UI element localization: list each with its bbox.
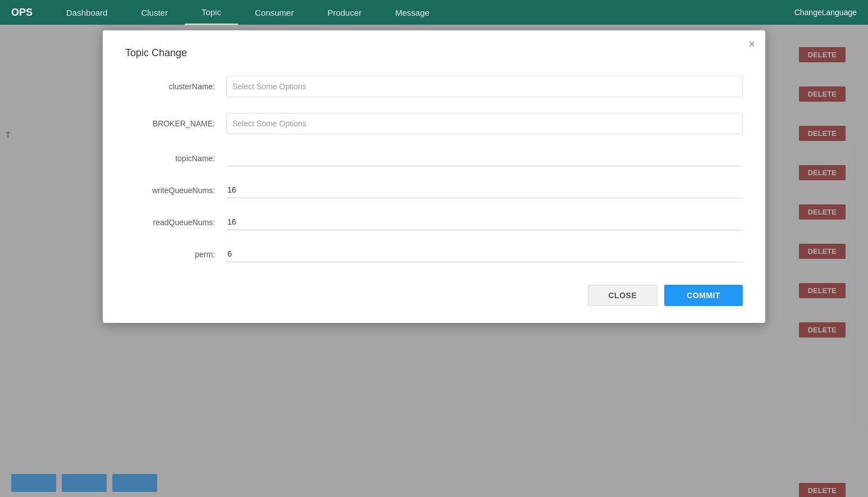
- perm-wrapper: [226, 246, 743, 262]
- read-queue-nums-label: readQueueNums:: [125, 218, 226, 227]
- nav-item-producer[interactable]: Producer: [310, 0, 378, 25]
- perm-input[interactable]: [226, 246, 743, 262]
- topic-name-input[interactable]: [226, 150, 743, 166]
- navbar: OPS Dashboard Cluster Topic Consumer Pro…: [0, 0, 868, 25]
- modal-title: Topic Change: [125, 47, 743, 59]
- perm-row: perm:: [125, 246, 743, 262]
- write-queue-nums-wrapper: [226, 182, 743, 198]
- read-queue-nums-row: readQueueNums:: [125, 214, 743, 230]
- broker-name-row: BROKER_NAME: Select Some Options: [125, 113, 743, 134]
- topic-name-row: topicName:: [125, 150, 743, 166]
- write-queue-nums-input[interactable]: [226, 182, 743, 198]
- read-queue-nums-wrapper: [226, 214, 743, 230]
- perm-label: perm:: [125, 250, 226, 259]
- write-queue-nums-label: writeQueueNums:: [125, 186, 226, 195]
- nav-item-message[interactable]: Message: [378, 0, 446, 25]
- cluster-name-row: clusterName: Select Some Options: [125, 76, 743, 97]
- modal-close-icon[interactable]: ×: [748, 38, 755, 49]
- nav-item-consumer[interactable]: Consumer: [238, 0, 310, 25]
- read-queue-nums-input[interactable]: [226, 214, 743, 230]
- cluster-name-select[interactable]: Select Some Options: [226, 76, 743, 97]
- nav-item-dashboard[interactable]: Dashboard: [49, 0, 124, 25]
- cluster-name-wrapper: Select Some Options: [226, 76, 743, 97]
- nav-item-topic[interactable]: Topic: [185, 0, 238, 25]
- write-queue-nums-row: writeQueueNums:: [125, 182, 743, 198]
- modal-footer: CLOSE COMMIT: [125, 279, 743, 306]
- broker-name-label: BROKER_NAME:: [125, 119, 226, 128]
- cluster-name-label: clusterName:: [125, 82, 226, 91]
- nav-item-cluster[interactable]: Cluster: [124, 0, 185, 25]
- change-language-button[interactable]: ChangeLanguage: [794, 8, 857, 17]
- commit-button[interactable]: COMMIT: [664, 285, 743, 306]
- topic-name-wrapper: [226, 150, 743, 166]
- brand-logo: OPS: [11, 7, 33, 19]
- topic-change-modal: × Topic Change clusterName: Select Some …: [103, 30, 765, 323]
- broker-name-wrapper: Select Some Options: [226, 113, 743, 134]
- close-button[interactable]: CLOSE: [588, 285, 658, 306]
- broker-name-select[interactable]: Select Some Options: [226, 113, 743, 134]
- modal-overlay: × Topic Change clusterName: Select Some …: [0, 25, 868, 497]
- nav-menu: Dashboard Cluster Topic Consumer Produce…: [49, 0, 794, 25]
- topic-name-label: topicName:: [125, 154, 226, 163]
